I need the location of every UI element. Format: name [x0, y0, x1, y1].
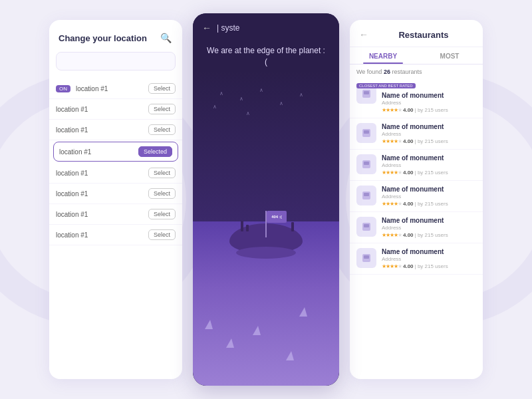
restaurant-thumbnail	[356, 248, 376, 268]
location-select-button[interactable]: Select	[148, 104, 176, 114]
svg-rect-5	[364, 162, 369, 165]
svg-rect-1	[364, 91, 369, 94]
location-item-4[interactable]: location #1Select	[49, 163, 182, 184]
bird-icon: ∧	[246, 110, 250, 116]
restaurant-thumbnail	[356, 154, 376, 174]
restaurant-rating: ★★★★★4.00 | by 215 users	[382, 201, 476, 207]
star-icons: ★★★★★	[382, 138, 402, 144]
location-item-3[interactable]: location #1Selected	[53, 142, 178, 162]
location-select-button[interactable]: Select	[148, 124, 176, 135]
restaurant-info: Name of monumentAddress★★★★★4.00 | by 21…	[382, 248, 476, 269]
restaurant-info: Name of monumentAddress★★★★★4.00 | by 21…	[382, 186, 476, 207]
location-select-button[interactable]: Select	[148, 209, 176, 219]
location-select-button[interactable]: Select	[148, 168, 176, 178]
rating-users: | by 215 users	[415, 138, 448, 144]
location-item-6[interactable]: location #1Select	[49, 204, 182, 225]
restaurant-item-0[interactable]: CLOSEST AND BEST RATEDName of monumentAd…	[350, 79, 483, 118]
location-label: location #1	[56, 106, 88, 113]
right-panel-title: Restaurants	[374, 30, 473, 40]
tabs-row: NEARBYMOST	[350, 47, 483, 65]
location-item-1[interactable]: location #1Select	[49, 99, 182, 120]
restaurant-item-5[interactable]: Name of monumentAddress★★★★★4.00 | by 21…	[350, 243, 483, 275]
restaurant-rating: ★★★★★4.00 | by 215 users	[382, 138, 476, 144]
location-select-button[interactable]: Select	[148, 229, 176, 240]
flag: 404 :(	[267, 211, 287, 223]
restaurant-address: Address	[382, 194, 476, 200]
stump-2	[246, 225, 249, 231]
restaurant-address: Address	[382, 131, 476, 137]
location-label: location #1	[56, 211, 88, 218]
illustration-area: ∧ ∧ ∧ ∧ ∧ ∧ ∧ 404 :(	[193, 70, 339, 386]
search-icon[interactable]: 🔍	[158, 31, 173, 45]
left-panel-title: Change your location	[59, 33, 147, 43]
svg-rect-7	[364, 193, 369, 196]
featured-badge: CLOSEST AND BEST RATED	[356, 83, 416, 88]
location-name-row: location #1	[56, 190, 88, 198]
restaurant-address: Address	[382, 100, 476, 106]
stump-1	[241, 221, 243, 231]
location-list: ONlocation #1Selectlocation #1Selectloca…	[49, 76, 182, 379]
left-header: Change your location 🔍	[49, 20, 182, 52]
rating-number: 4.00	[403, 201, 414, 207]
restaurant-name: Name of monument	[382, 217, 476, 224]
location-name-row: location #1	[56, 170, 88, 177]
location-select-button[interactable]: Selected	[138, 146, 172, 157]
rating-number: 4.00	[403, 107, 414, 113]
svg-rect-3	[364, 130, 369, 134]
location-item-0[interactable]: ONlocation #1Select	[49, 78, 182, 99]
star-icons: ★★★★★	[382, 201, 402, 207]
error-message: We are at the edge of the planet :(	[193, 39, 339, 70]
results-count: We found 26 restaurants	[350, 65, 483, 78]
middle-panel: ← | syste We are at the edge of the plan…	[193, 13, 339, 386]
restaurant-name: Name of monument	[382, 123, 476, 130]
tab-most[interactable]: MOST	[416, 47, 483, 64]
location-item-7[interactable]: location #1Select	[49, 225, 182, 245]
location-item-2[interactable]: location #1Select	[49, 120, 182, 140]
restaurant-info: Name of monumentAddress★★★★★4.00 | by 21…	[382, 123, 476, 144]
search-input[interactable]	[56, 52, 176, 70]
rating-users: | by 215 users	[415, 263, 448, 269]
star-icons: ★★★★★	[382, 170, 402, 176]
restaurant-item-3[interactable]: Name of monumentAddress★★★★★4.00 | by 21…	[350, 181, 483, 212]
star-icons: ★★★★★	[382, 263, 402, 269]
rating-number: 4.00	[403, 138, 414, 144]
tab-nearby[interactable]: NEARBY	[350, 47, 416, 64]
rating-number: 4.00	[403, 170, 414, 176]
location-name-row: location #1	[56, 106, 88, 113]
restaurant-rating: ★★★★★4.00 | by 215 users	[382, 263, 476, 269]
bird-icon: ∧	[219, 90, 223, 96]
left-panel: Change your location 🔍 ONlocation #1Sele…	[49, 20, 182, 379]
middle-panel-title: | syste	[217, 23, 239, 33]
restaurant-rating: ★★★★★4.00 | by 215 users	[382, 232, 476, 238]
stump-3	[291, 222, 294, 231]
restaurant-item-4[interactable]: Name of monumentAddress★★★★★4.00 | by 21…	[350, 212, 483, 243]
back-arrow-icon[interactable]: ←	[202, 23, 211, 33]
restaurant-item-2[interactable]: Name of monumentAddress★★★★★4.00 | by 21…	[350, 150, 483, 181]
right-panel: ← Restaurants NEARBYMOST We found 26 res…	[350, 20, 483, 379]
location-label: location #1	[56, 170, 88, 177]
location-label: location #1	[56, 190, 88, 198]
restaurant-address: Address	[382, 256, 476, 262]
location-name-row: ONlocation #1	[56, 85, 108, 92]
location-name-row: location #1	[56, 126, 88, 134]
location-select-button[interactable]: Select	[148, 83, 176, 94]
right-header: ← Restaurants	[350, 20, 483, 47]
restaurant-info: Name of monumentAddress★★★★★4.00 | by 21…	[382, 217, 476, 238]
bird-icon: ∧	[299, 92, 303, 98]
location-item-5[interactable]: location #1Select	[49, 184, 182, 204]
location-label: location #1	[56, 126, 88, 134]
restaurant-address: Address	[382, 225, 476, 231]
restaurant-item-1[interactable]: Name of monumentAddress★★★★★4.00 | by 21…	[350, 118, 483, 150]
location-select-button[interactable]: Select	[148, 188, 176, 199]
bird-icon: ∧	[213, 104, 217, 110]
restaurant-name: Name of monument	[382, 92, 476, 99]
rating-users: | by 215 users	[415, 201, 448, 207]
right-back-arrow-icon[interactable]: ←	[359, 29, 368, 40]
restaurant-info: Name of monumentAddress★★★★★4.00 | by 21…	[382, 154, 476, 176]
rating-number: 4.00	[403, 232, 414, 238]
rating-users: | by 215 users	[415, 232, 448, 238]
restaurant-thumbnail	[356, 123, 376, 143]
panels-wrapper: Change your location 🔍 ONlocation #1Sele…	[49, 13, 483, 386]
location-name-row: location #1	[56, 211, 88, 218]
restaurant-rating: ★★★★★4.00 | by 215 users	[382, 107, 476, 113]
